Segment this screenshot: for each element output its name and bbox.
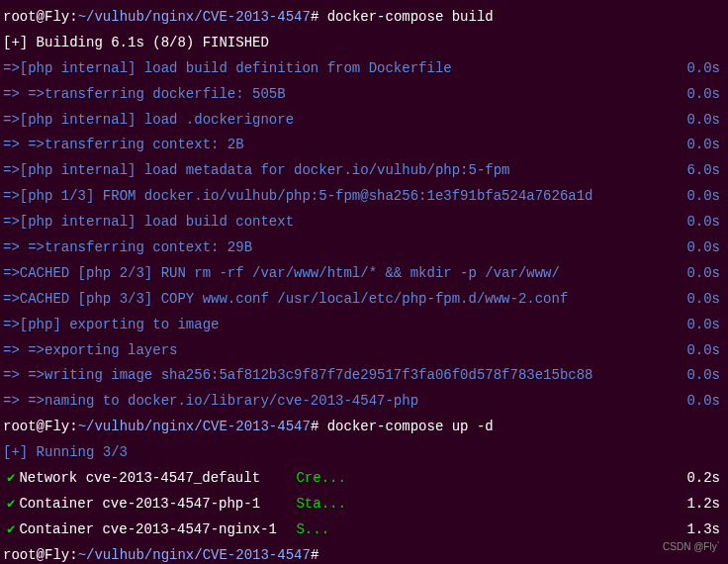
build-step-line: => => exporting layers0.0s xyxy=(3,338,725,364)
watermark: CSDN @Fly` xyxy=(663,538,720,557)
arrow-prefix: => => xyxy=(3,363,45,389)
build-step-time: 0.0s xyxy=(686,235,725,261)
arrow-prefix: => xyxy=(3,108,20,134)
build-step-line: => [php] exporting to image0.0s xyxy=(3,313,725,338)
run-steps: ✔Network cve-2013-4547_defaultCre...0.2s… xyxy=(3,466,725,543)
run-step-status: Sta... xyxy=(296,492,355,517)
build-step-time: 0.0s xyxy=(686,363,725,389)
build-step-time: 0.0s xyxy=(686,389,725,415)
run-step-line: ✔Container cve-2013-4547-nginx-1S...1.3s xyxy=(3,517,725,543)
check-icon: ✔ xyxy=(7,517,15,543)
arrow-prefix: => xyxy=(3,56,20,82)
build-step-time: 0.0s xyxy=(686,56,725,82)
build-step-line: => => naming to docker.io/library/cve-20… xyxy=(3,389,725,415)
build-step-text: CACHED [php 2/3] RUN rm -rf /var/www/htm… xyxy=(20,261,560,287)
build-step-time: 0.0s xyxy=(686,210,725,235)
build-step-time: 0.0s xyxy=(686,108,725,134)
arrow-prefix: => xyxy=(3,158,20,184)
command-text[interactable]: docker-compose build xyxy=(327,5,494,31)
run-step-line: ✔Container cve-2013-4547-php-1Sta...1.2s xyxy=(3,492,725,517)
tilde: ~ xyxy=(78,543,86,564)
arrow-prefix: => xyxy=(3,210,20,235)
build-step-text: [php internal] load .dockerignore xyxy=(20,108,294,134)
check-icon: ✔ xyxy=(7,492,15,517)
tilde: ~ xyxy=(78,415,86,440)
build-step-line: => => writing image sha256:5af812b3c9f87… xyxy=(3,363,725,389)
run-step-name: Container cve-2013-4547-nginx-1 xyxy=(19,517,296,543)
run-step-line: ✔Network cve-2013-4547_defaultCre...0.2s xyxy=(3,466,725,492)
prompt-line-2: root@Fly:~/vulhub/nginx/CVE-2013-4547# d… xyxy=(3,415,725,440)
build-step-line: => CACHED [php 2/3] RUN rm -rf /var/www/… xyxy=(3,261,725,287)
build-step-text: transferring dockerfile: 505B xyxy=(45,82,286,108)
path: /vulhub/nginx/CVE-2013-4547 xyxy=(86,543,311,564)
build-step-text: transferring context: 2B xyxy=(45,133,244,158)
arrow-prefix: => => xyxy=(3,235,45,261)
build-step-time: 0.0s xyxy=(686,184,725,210)
build-step-text: [php internal] load metadata for docker.… xyxy=(20,158,510,184)
build-step-line: => => transferring dockerfile: 505B0.0s xyxy=(3,82,725,108)
run-step-time: 0.2s xyxy=(686,466,725,492)
build-step-text: [php internal] load build definition fro… xyxy=(20,56,452,82)
check-icon: ✔ xyxy=(7,466,15,492)
build-step-time: 0.0s xyxy=(686,133,725,158)
build-step-text: [php internal] load build context xyxy=(20,210,294,235)
build-step-text: naming to docker.io/library/cve-2013-454… xyxy=(45,389,418,415)
build-step-time: 0.0s xyxy=(686,261,725,287)
prompt-line-3: root@Fly:~/vulhub/nginx/CVE-2013-4547# xyxy=(3,543,725,564)
build-step-line: => => transferring context: 29B0.0s xyxy=(3,235,725,261)
path: /vulhub/nginx/CVE-2013-4547 xyxy=(86,5,311,31)
build-step-line: => [php internal] load .dockerignore0.0s xyxy=(3,108,725,134)
prompt-hash: # xyxy=(311,543,318,564)
prompt-line-1: root@Fly:~/vulhub/nginx/CVE-2013-4547# d… xyxy=(3,5,725,31)
running-text: [+] Running 3/3 xyxy=(3,440,128,466)
user-host: root@Fly xyxy=(3,415,69,440)
build-step-line: => [php internal] load build context0.0s xyxy=(3,210,725,235)
arrow-prefix: => => xyxy=(3,133,45,158)
build-step-text: writing image sha256:5af812b3c9f87f7de29… xyxy=(45,363,593,389)
running-status: [+] Running 3/3 xyxy=(3,440,725,466)
arrow-prefix: => xyxy=(3,313,20,338)
build-step-line: => => transferring context: 2B0.0s xyxy=(3,133,725,158)
build-step-line: => [php internal] load metadata for dock… xyxy=(3,158,725,184)
build-step-line: => CACHED [php 3/3] COPY www.conf /usr/l… xyxy=(3,287,725,313)
run-step-status: S... xyxy=(296,517,355,543)
path: /vulhub/nginx/CVE-2013-4547 xyxy=(86,415,311,440)
building-status: [+] Building 6.1s (8/8) FINISHED xyxy=(3,31,725,56)
arrow-prefix: => => xyxy=(3,338,45,364)
build-step-text: [php] exporting to image xyxy=(20,313,220,338)
build-step-line: => [php internal] load build definition … xyxy=(3,56,725,82)
build-step-time: 0.0s xyxy=(686,82,725,108)
build-step-time: 0.0s xyxy=(686,313,725,338)
build-step-time: 0.0s xyxy=(686,287,725,313)
build-step-text: [php 1/3] FROM docker.io/vulhub/php:5-fp… xyxy=(20,184,593,210)
tilde: ~ xyxy=(78,5,86,31)
build-step-line: => [php 1/3] FROM docker.io/vulhub/php:5… xyxy=(3,184,725,210)
prompt-hash: # xyxy=(311,5,318,31)
arrow-prefix: => xyxy=(3,184,20,210)
arrow-prefix: => => xyxy=(3,389,45,415)
build-step-time: 0.0s xyxy=(686,338,725,364)
prompt-hash: # xyxy=(311,415,318,440)
arrow-prefix: => xyxy=(3,287,20,313)
build-step-text: CACHED [php 3/3] COPY www.conf /usr/loca… xyxy=(20,287,569,313)
arrow-prefix: => xyxy=(3,261,20,287)
build-step-text: transferring context: 29B xyxy=(45,235,252,261)
run-step-name: Container cve-2013-4547-php-1 xyxy=(19,492,296,517)
build-step-time: 6.0s xyxy=(686,158,725,184)
build-step-text: exporting layers xyxy=(45,338,177,364)
user-host: root@Fly xyxy=(3,543,69,564)
building-text: [+] Building 6.1s (8/8) FINISHED xyxy=(3,31,269,56)
run-step-name: Network cve-2013-4547_default xyxy=(19,466,296,492)
run-step-status: Cre... xyxy=(296,466,355,492)
user-host: root@Fly xyxy=(3,5,69,31)
build-steps: => [php internal] load build definition … xyxy=(3,56,725,415)
arrow-prefix: => => xyxy=(3,82,45,108)
command-text[interactable]: docker-compose up -d xyxy=(327,415,494,440)
run-step-time: 1.2s xyxy=(686,492,725,517)
